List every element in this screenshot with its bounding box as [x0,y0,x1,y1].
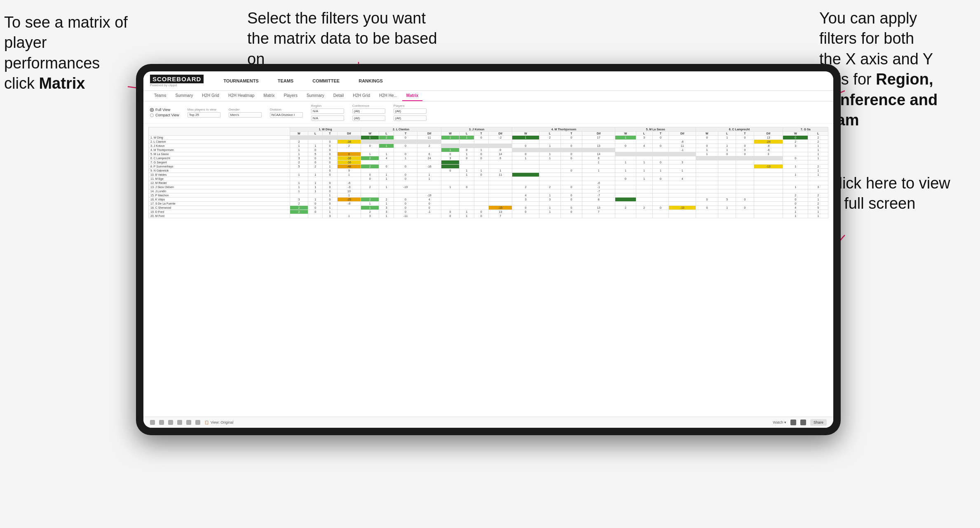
cell: -19 [394,185,417,189]
refresh-icon[interactable] [168,420,173,425]
zoom-icon[interactable] [177,420,182,425]
cell: 1 [808,152,828,156]
cell: 1 [379,173,394,177]
cell [718,173,736,177]
logo-main: SCOREBOARD [150,75,204,83]
cell: 1 [337,173,361,177]
tab-summary[interactable]: Summary [171,91,197,101]
filter-conf-y-select[interactable]: (All) [352,116,385,121]
tab-detail[interactable]: Detail [329,91,348,101]
cell: 8 [582,198,615,202]
cell: 1 [417,177,441,181]
cell: 1 [539,156,560,160]
th-dif2: Dif [417,132,441,136]
cell: 1 [290,152,308,156]
th-dif3: Dif [488,132,512,136]
cell [783,152,808,156]
filter-players-y-select[interactable]: (All) [394,116,427,121]
filter-players-x-select[interactable]: (All) [394,108,427,114]
nav-teams[interactable]: TEAMS [274,77,297,85]
cell: 0 [323,148,337,152]
filter-max-label: Max players in view [188,108,220,111]
cell: 6 [488,156,512,160]
cell: -13 [754,165,783,169]
tab-h2h-heatmap[interactable]: H2H Heatmap [224,91,258,101]
tab-players-summary[interactable]: Summary [302,91,328,101]
table-row: 17. S De La Fuente 200-8 1100 02 [149,202,828,206]
cell [337,177,361,181]
cell [460,177,474,181]
nav-rankings[interactable]: RANKINGS [355,77,386,85]
fullscreen-icon[interactable] [790,420,796,425]
cell: 4 [417,198,441,202]
cell [582,214,615,218]
radio-compact-view[interactable]: Compact View [150,113,179,117]
cell: 0 [474,173,488,177]
cell: 1 [636,160,652,165]
filter-region-y-select[interactable]: N/A [311,116,344,121]
expand-icon[interactable] [800,420,806,425]
cell [379,189,394,193]
tab-matrix-active[interactable]: Matrix [402,91,422,101]
tab-matrix[interactable]: Matrix [259,91,279,101]
ann-left-line3-bold: Matrix [39,75,85,92]
radio-full-view[interactable]: Full View [150,108,179,112]
filter-division-select[interactable]: NCAA Division I [270,112,303,118]
nav-tournaments[interactable]: TOURNAMENTS [220,77,262,85]
cell [754,198,783,202]
cell: 1 [783,210,808,214]
cell [441,165,459,169]
nav-committee[interactable]: COMMITTEE [309,77,343,85]
cell [696,169,718,173]
filter-region-x-select[interactable]: N/A [311,108,344,114]
cell: 1 [460,152,474,156]
filter-division: Division NCAA Division I [270,108,303,118]
cell [736,189,754,193]
share-button[interactable]: Share [810,419,827,426]
cell [669,152,696,156]
cell: 3 [636,136,652,140]
cell [696,189,718,193]
cell [754,169,783,173]
cell: 0 [361,177,379,181]
redo-icon[interactable] [159,420,164,425]
undo-icon[interactable] [150,420,155,425]
cell: -25 [337,198,361,202]
tab-h2h-grid[interactable]: H2H Grid [198,91,223,101]
cell: 1 [582,160,615,165]
tab-h2h-he[interactable]: H2H He... [375,91,401,101]
cell [754,156,783,160]
cell: 0 [394,144,417,148]
filter-gender-select[interactable]: Men's [229,112,262,118]
cell [379,148,394,152]
tab-h2h-grid-2[interactable]: H2H Grid [349,91,374,101]
cell: 1 [308,189,322,193]
cell: 1 [783,173,808,177]
cell [636,189,652,193]
filter-conference: Conference (All) (All) [352,104,385,121]
cell: 0 [474,152,488,156]
table-row: 5. M La Sasso 1506 1106 01014 01014 1003… [149,152,828,156]
cell [308,136,322,140]
cell [636,185,652,189]
cell: 2 [379,198,394,202]
tab-teams[interactable]: Teams [150,91,170,101]
filter-max-select[interactable]: Top 25 [188,112,220,118]
tab-players[interactable]: Players [280,91,302,101]
cell [783,177,808,181]
cell [539,140,560,144]
watch-button[interactable]: Watch ▾ [773,420,786,424]
cell: 1 [441,148,459,152]
cell [441,202,459,206]
cell [696,193,718,198]
player-name: 13. J Skov Olesen [149,185,290,189]
cell [652,148,669,152]
filter-conf-x-select[interactable]: (All) [352,108,385,114]
cell: 1 [379,144,394,148]
grid-icon[interactable] [186,420,191,425]
cell: 2 [615,206,636,210]
settings-icon[interactable] [195,420,200,425]
cell: 0 [512,206,539,210]
cell: -6 [337,181,361,185]
cell: 1 [808,210,828,214]
